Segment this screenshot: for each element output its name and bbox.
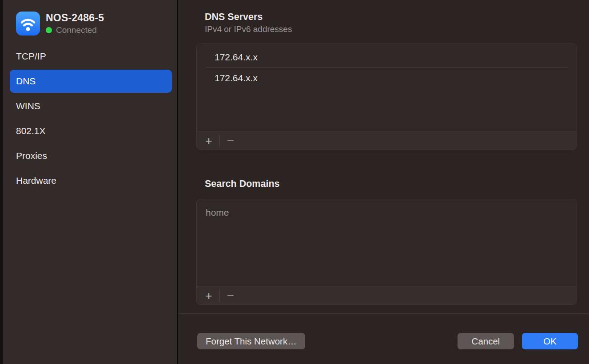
search-domain-row[interactable]: home xyxy=(197,202,577,223)
sidebar-item-dns[interactable]: DNS xyxy=(10,70,172,93)
sidebar: NOS-2486-5 Connected TCP/IP DNS WINS 802… xyxy=(3,0,178,364)
sidebar-item-tcpip[interactable]: TCP/IP xyxy=(10,45,172,68)
network-status-label: Connected xyxy=(56,25,97,35)
dns-servers-subtitle: IPv4 or IPv6 addresses xyxy=(196,24,578,34)
toolbar-divider xyxy=(219,289,220,302)
remove-search-domain-button[interactable]: − xyxy=(222,286,239,305)
dns-server-row[interactable]: 172.64.x.x xyxy=(197,68,577,89)
search-domains-toolbar: + − xyxy=(197,286,577,305)
network-name: NOS-2486-5 xyxy=(46,12,104,24)
add-search-domain-button[interactable]: + xyxy=(200,286,217,305)
forget-network-button[interactable]: Forget This Network… xyxy=(197,333,305,349)
sidebar-item-hardware[interactable]: Hardware xyxy=(10,169,172,192)
cancel-button[interactable]: Cancel xyxy=(458,333,514,349)
plus-icon: + xyxy=(205,290,212,301)
sidebar-nav: TCP/IP DNS WINS 802.1X Proxies Hardware xyxy=(10,45,172,192)
network-meta: NOS-2486-5 Connected xyxy=(46,12,104,35)
dns-servers-title: DNS Servers xyxy=(196,12,578,23)
dns-servers-toolbar: + − xyxy=(197,131,577,150)
sidebar-item-8021x[interactable]: 802.1X xyxy=(10,119,172,142)
dns-servers-rows: 172.64.x.x 172.64.x.x xyxy=(197,44,577,131)
window-left-edge xyxy=(0,0,3,364)
search-domains-list: home + − xyxy=(196,199,577,305)
network-header: NOS-2486-5 Connected xyxy=(16,12,172,36)
sidebar-item-wins[interactable]: WINS xyxy=(10,95,172,118)
connected-dot-icon xyxy=(46,27,52,33)
minus-icon: − xyxy=(227,289,234,302)
remove-dns-server-button[interactable]: − xyxy=(222,131,239,150)
footer-bar: Forget This Network… Cancel OK xyxy=(196,333,578,349)
search-domains-section: Search Domains home + − xyxy=(196,178,578,305)
dns-servers-list: 172.64.x.x 172.64.x.x + − xyxy=(196,44,577,150)
search-domains-title: Search Domains xyxy=(196,178,578,190)
dns-servers-section: DNS Servers IPv4 or IPv6 addresses 172.6… xyxy=(196,12,578,150)
toolbar-divider xyxy=(219,135,220,147)
sidebar-item-proxies[interactable]: Proxies xyxy=(10,144,172,167)
dns-server-row[interactable]: 172.64.x.x xyxy=(197,47,577,68)
ok-button[interactable]: OK xyxy=(522,333,578,349)
dns-panel: DNS Servers IPv4 or IPv6 addresses 172.6… xyxy=(178,0,589,364)
minus-icon: − xyxy=(227,135,234,147)
footer-divider xyxy=(178,313,589,314)
wifi-icon xyxy=(16,12,40,36)
plus-icon: + xyxy=(205,135,212,146)
search-domains-rows: home xyxy=(197,199,577,286)
network-status: Connected xyxy=(46,25,104,35)
add-dns-server-button[interactable]: + xyxy=(200,131,217,150)
